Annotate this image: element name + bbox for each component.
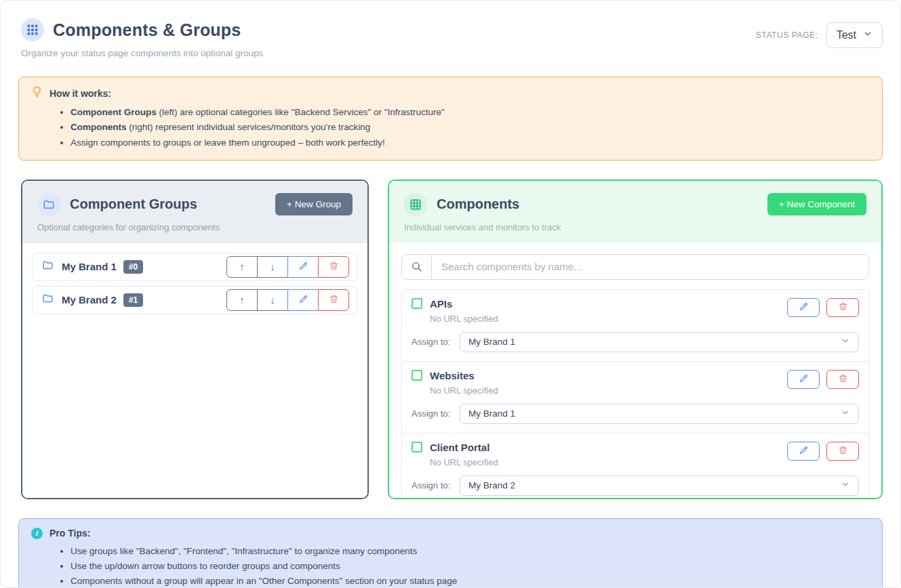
folder-icon: [42, 259, 54, 274]
delete-component-button[interactable]: [826, 370, 859, 389]
chevron-down-icon: [841, 408, 850, 419]
how-it-works-title: How it works:: [49, 88, 111, 99]
group-name: My Brand 1: [62, 261, 117, 272]
edit-group-button[interactable]: [287, 256, 319, 278]
groups-list: My Brand 1 #0 ↑ ↓ My Brand 2 #1: [22, 243, 367, 498]
how-it-works-list: Component Groups (left) are optional cat…: [71, 105, 870, 150]
delete-group-button[interactable]: [318, 289, 349, 311]
move-group-up-button[interactable]: ↑: [226, 289, 258, 311]
components-subtitle: Individual services and monitors to trac…: [404, 222, 866, 232]
assigned-group-value: My Brand 1: [468, 337, 841, 347]
pro-tips-box: i Pro Tips: Use groups like "Backend", "…: [18, 518, 883, 588]
delete-component-button[interactable]: [826, 442, 859, 461]
component-name: Client Portal: [430, 442, 489, 453]
assigned-group-value: My Brand 1: [468, 408, 841, 419]
component-card: APIs No URL specified Assign to:: [401, 289, 869, 362]
pencil-icon: [799, 445, 809, 457]
chevron-down-icon: [863, 29, 873, 41]
trash-icon: [838, 301, 848, 314]
pencil-icon: [298, 261, 308, 273]
edit-component-button[interactable]: [787, 370, 820, 389]
components-groups-page: Components & Groups Organize your status…: [0, 0, 901, 588]
trash-icon: [838, 445, 848, 457]
pro-tips-title: Pro Tips:: [49, 528, 90, 539]
component-name: APIs: [430, 298, 452, 310]
component-groups-header: Component Groups + New Group Optional ca…: [22, 181, 367, 243]
component-groups-title: Component Groups: [70, 196, 197, 212]
components-title: Components: [437, 196, 519, 212]
pro-tips-item: Use groups like "Backend", "Frontend", "…: [71, 544, 870, 559]
component-url-text: No URL specified: [430, 385, 787, 396]
folder-icon: [42, 293, 54, 307]
new-component-button[interactable]: + New Component: [767, 193, 866, 215]
trash-icon: [838, 373, 848, 385]
assign-group-select[interactable]: My Brand 2: [460, 476, 859, 496]
search-components-input[interactable]: [432, 255, 868, 279]
folder-icon: [37, 193, 60, 216]
component-card: Client Portal No URL specified Assign to…: [401, 433, 869, 499]
table-grid-icon: [404, 193, 427, 216]
components-panel: Components + New Component Individual se…: [388, 180, 883, 499]
how-it-works-item: Components (right) represent individual …: [71, 120, 870, 135]
info-icon: i: [31, 528, 43, 539]
new-group-button[interactable]: + New Group: [275, 193, 353, 215]
pencil-icon: [799, 301, 809, 314]
components-header: Components + New Component Individual se…: [389, 181, 881, 243]
component-name: Websites: [430, 370, 475, 381]
pencil-icon: [799, 373, 809, 385]
components-list: APIs No URL specified Assign to:: [401, 289, 869, 499]
pro-tips-item: Components without a group will appear i…: [71, 574, 870, 588]
assign-to-label: Assign to:: [412, 408, 450, 419]
assign-group-select[interactable]: My Brand 1: [460, 332, 859, 352]
edit-group-button[interactable]: [287, 289, 319, 311]
delete-group-button[interactable]: [318, 256, 349, 278]
pencil-icon: [298, 294, 308, 306]
assign-to-label: Assign to:: [412, 337, 450, 347]
component-checkbox[interactable]: [412, 298, 422, 309]
status-page-label: STATUS PAGE:: [756, 30, 818, 40]
group-name: My Brand 2: [62, 294, 117, 306]
status-page-select[interactable]: Test: [826, 22, 883, 48]
how-it-works-box: How it works: Component Groups (left) ar…: [18, 77, 883, 161]
edit-component-button[interactable]: [787, 442, 820, 461]
page-header: Components & Groups Organize your status…: [1, 1, 900, 58]
how-it-works-item: Assign components to groups or leave the…: [71, 135, 870, 150]
page-title: Components & Groups: [53, 20, 241, 40]
group-order-badge: #1: [123, 293, 143, 307]
group-row: My Brand 2 #1 ↑ ↓: [32, 286, 358, 314]
component-groups-subtitle: Optional categories for organizing compo…: [37, 222, 353, 232]
component-url-text: No URL specified: [430, 314, 787, 324]
component-checkbox[interactable]: [412, 442, 422, 453]
move-group-up-button[interactable]: ↑: [226, 256, 258, 278]
trash-icon: [329, 294, 339, 306]
delete-component-button[interactable]: [826, 298, 859, 317]
chevron-down-icon: [841, 336, 850, 348]
page-subtitle: Organize your status page components int…: [21, 48, 263, 58]
edit-component-button[interactable]: [787, 298, 820, 317]
component-checkbox[interactable]: [412, 370, 422, 381]
pro-tips-list: Use groups like "Backend", "Frontend", "…: [71, 544, 870, 588]
assigned-group-value: My Brand 2: [468, 480, 841, 490]
component-card: Websites No URL specified Assign to:: [401, 361, 869, 434]
group-order-badge: #0: [123, 260, 143, 274]
assign-group-select[interactable]: My Brand 1: [460, 404, 859, 424]
move-group-down-button[interactable]: ↓: [257, 289, 288, 311]
trash-icon: [329, 261, 339, 273]
how-it-works-item: Component Groups (left) are optional cat…: [71, 105, 870, 120]
grid-dots-icon: [21, 18, 44, 41]
status-page-value: Test: [837, 29, 856, 41]
pro-tips-item: Use the up/down arrow buttons to reorder…: [71, 559, 870, 574]
component-groups-panel: Component Groups + New Group Optional ca…: [21, 180, 369, 499]
move-group-down-button[interactable]: ↓: [257, 256, 288, 278]
component-search: [401, 254, 869, 280]
lightbulb-icon: [31, 86, 43, 100]
group-row: My Brand 1 #0 ↑ ↓: [32, 253, 358, 281]
component-url-text: No URL specified: [430, 457, 787, 467]
assign-to-label: Assign to:: [412, 480, 450, 490]
chevron-down-icon: [841, 480, 850, 491]
search-icon: [402, 255, 432, 279]
